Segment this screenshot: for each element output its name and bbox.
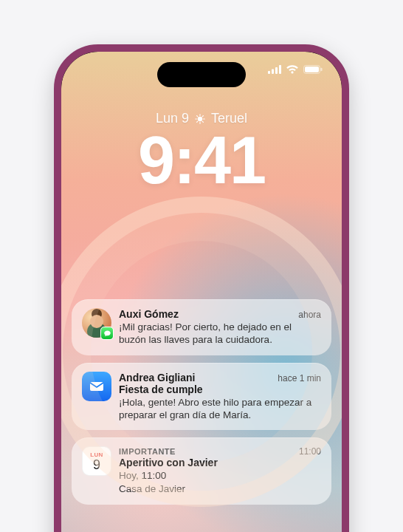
cellular-icon bbox=[268, 65, 281, 74]
calendar-icon: LUN 9 bbox=[82, 446, 111, 476]
clock: 9:41 bbox=[61, 123, 342, 199]
phone-frame: Lun 9 Teruel 9:41 Auxi Gómez ahora bbox=[54, 44, 349, 532]
svg-rect-6 bbox=[321, 68, 323, 71]
wifi-icon bbox=[286, 65, 299, 74]
notification-subject: Fiesta de cumple bbox=[119, 383, 321, 395]
notification-messages[interactable]: Auxi Gómez ahora ¡Mil gracias! Por ciert… bbox=[72, 299, 331, 355]
status-bar bbox=[268, 65, 323, 74]
notification-stack: Auxi Gómez ahora ¡Mil gracias! Por ciert… bbox=[72, 299, 331, 505]
avatar bbox=[82, 308, 111, 338]
svg-rect-0 bbox=[268, 71, 270, 74]
notification-body: ¡Hola, gente! Abro este hilo para empeza… bbox=[119, 396, 321, 422]
notification-overline: IMPORTANTE bbox=[119, 447, 176, 456]
svg-line-14 bbox=[197, 121, 198, 122]
svg-point-7 bbox=[198, 117, 202, 120]
calendar-dom: 9 bbox=[93, 458, 100, 471]
notification-mail[interactable]: Andrea Gigliani hace 1 min Fiesta de cum… bbox=[72, 363, 331, 431]
lock-screen[interactable]: Lun 9 Teruel 9:41 Auxi Gómez ahora bbox=[61, 52, 342, 532]
dynamic-island[interactable] bbox=[157, 62, 246, 87]
svg-rect-16 bbox=[90, 382, 103, 391]
svg-rect-3 bbox=[279, 65, 281, 74]
svg-rect-5 bbox=[305, 66, 319, 72]
svg-line-12 bbox=[197, 115, 198, 116]
notification-time: hace 1 min bbox=[278, 373, 321, 383]
mail-icon bbox=[82, 372, 111, 401]
notification-time: 11:00 bbox=[299, 446, 321, 457]
svg-line-15 bbox=[202, 115, 203, 116]
messages-icon bbox=[100, 327, 114, 340]
notification-line3: Casa de Javier bbox=[119, 482, 321, 495]
notification-line2: Hoy, 11:00 bbox=[119, 469, 321, 482]
notification-sender: Andrea Gigliani bbox=[119, 372, 195, 383]
svg-rect-2 bbox=[275, 67, 278, 74]
notification-title: Aperitivo con Javier bbox=[119, 457, 321, 468]
notification-time: ahora bbox=[298, 310, 321, 320]
notification-calendar[interactable]: LUN 9 IMPORTANTE 11:00 Aperitivo con Jav… bbox=[72, 437, 331, 505]
notification-body: ¡Mil gracias! Por cierto, he dejado en e… bbox=[119, 321, 321, 347]
svg-rect-1 bbox=[272, 69, 274, 75]
svg-line-13 bbox=[202, 121, 203, 122]
notification-sender: Auxi Gómez bbox=[119, 308, 179, 320]
battery-icon bbox=[303, 65, 323, 74]
